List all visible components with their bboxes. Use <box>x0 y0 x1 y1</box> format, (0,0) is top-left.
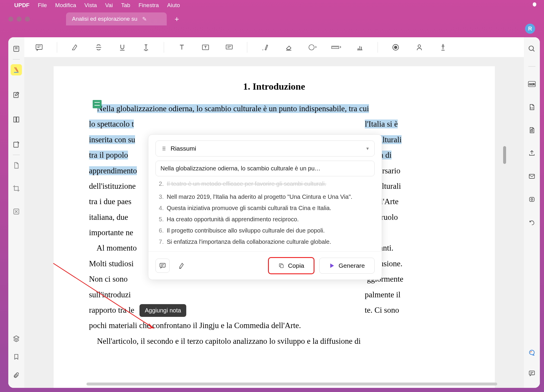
sticky-note-icon[interactable] <box>93 100 102 108</box>
svg-point-12 <box>394 46 397 49</box>
ai-result-list[interactable]: 2.Il teatro è un metodo efficace per fav… <box>148 180 382 251</box>
ai-input-preview[interactable]: Nella globalizzazione odierna, lo scambi… <box>155 161 375 176</box>
generate-icon <box>329 263 335 269</box>
stamp-tool-icon[interactable] <box>390 41 402 53</box>
generate-label: Generare <box>338 262 365 269</box>
comment-mode-icon[interactable] <box>11 64 22 75</box>
callout-tool-icon[interactable] <box>223 41 235 53</box>
close-window-icon[interactable] <box>8 17 13 22</box>
generate-button[interactable]: Generare <box>319 258 375 274</box>
chart-tool-icon[interactable] <box>354 41 366 53</box>
tooltip: Aggiungi nota <box>139 304 186 317</box>
text-tool-icon[interactable] <box>176 41 188 53</box>
svg-point-9 <box>309 45 314 50</box>
chevron-down-icon: ▼ <box>365 146 370 151</box>
search-icon[interactable] <box>526 43 537 54</box>
svg-rect-2 <box>14 117 16 122</box>
svg-rect-6 <box>36 44 42 49</box>
redact-tool-icon[interactable] <box>11 206 22 217</box>
divider <box>528 66 535 67</box>
new-tab-button[interactable]: + <box>170 12 183 25</box>
ai-summary-popup: Riassumi ▼ Nella globalizzazione odierna… <box>148 134 382 280</box>
attachment-icon[interactable] <box>11 370 22 381</box>
tab-bar: Analisi ed esplorazione su ✎ + <box>0 11 544 27</box>
pencil-tool-icon[interactable] <box>259 41 271 53</box>
page-tool-icon[interactable] <box>11 160 22 171</box>
list-item: 3.Nell marzo 2019, l'Italia ha aderito a… <box>157 192 373 201</box>
svg-rect-3 <box>17 117 19 122</box>
menu-help[interactable]: Aiuto <box>167 2 180 9</box>
ai-assistant-icon[interactable] <box>526 348 537 359</box>
reader-mode-icon[interactable] <box>11 43 22 54</box>
horizontal-scrollbar[interactable] <box>86 383 497 385</box>
menu-edit[interactable]: Modifica <box>55 2 76 9</box>
menu-window[interactable]: Finestra <box>139 2 159 9</box>
organize-mode-icon[interactable] <box>11 114 22 125</box>
ai-mode-select[interactable]: Riassumi ▼ <box>155 141 375 157</box>
highlight-tool-icon[interactable] <box>69 41 81 53</box>
list-item: 6.Il progetto contribuisce allo sviluppo… <box>157 226 373 235</box>
svg-rect-8 <box>226 45 232 49</box>
eraser-tool-icon[interactable] <box>283 41 295 53</box>
divider <box>57 42 57 53</box>
convert-icon[interactable] <box>526 101 537 113</box>
svg-text:OCR: OCR <box>529 83 535 86</box>
heading: 1. Introduzione <box>89 81 459 92</box>
crop-tool-icon[interactable] <box>11 183 22 194</box>
updf-logo-icon[interactable] <box>531 2 538 9</box>
ocr-icon[interactable]: OCR <box>526 78 537 90</box>
sign-tool-icon[interactable] <box>437 41 449 53</box>
divider <box>378 42 378 53</box>
svg-rect-21 <box>529 371 535 375</box>
menu-go[interactable]: Vai <box>105 2 113 9</box>
share-icon[interactable] <box>526 148 537 159</box>
list-item: 7.Si enfatizza l'importanza della collab… <box>157 237 373 246</box>
menu-file[interactable]: File <box>38 2 47 9</box>
right-sidebar: OCR <box>524 37 540 388</box>
add-note-button[interactable] <box>155 259 170 273</box>
strikethrough-tool-icon[interactable] <box>93 41 105 53</box>
shape-tool-icon[interactable] <box>306 41 318 53</box>
form-mode-icon[interactable] <box>11 139 22 150</box>
undo-icon[interactable] <box>526 217 537 228</box>
menu-view[interactable]: Vista <box>84 2 97 9</box>
measure-tool-icon[interactable] <box>330 41 342 53</box>
vertical-scrollbar[interactable] <box>503 146 506 164</box>
protect-icon[interactable] <box>526 125 537 136</box>
copy-button[interactable]: Copia <box>268 257 314 274</box>
window-controls[interactable] <box>8 17 30 22</box>
edit-mode-icon[interactable] <box>11 89 22 100</box>
list-item: 4.Questa iniziativa promuove gli scambi … <box>157 204 373 212</box>
note-tool-icon[interactable] <box>33 41 45 53</box>
svg-rect-22 <box>160 263 165 267</box>
copy-icon <box>278 263 284 269</box>
signature-tool-icon[interactable] <box>413 41 425 53</box>
underline-tool-icon[interactable] <box>116 41 128 53</box>
list-item: 5.Ha creato opportunità di apprendimento… <box>157 215 373 224</box>
email-icon[interactable] <box>526 171 537 182</box>
cloud-icon[interactable] <box>526 194 537 205</box>
svg-point-13 <box>418 45 421 47</box>
annotation-toolbar <box>24 37 524 57</box>
svg-point-14 <box>529 46 533 50</box>
highlight-button[interactable] <box>174 259 189 273</box>
user-avatar[interactable]: R <box>525 24 535 34</box>
squiggly-tool-icon[interactable] <box>140 41 152 53</box>
list-icon <box>161 146 166 151</box>
edit-tab-icon[interactable]: ✎ <box>142 16 147 22</box>
popup-footer: Copia Generare <box>148 251 382 280</box>
menu-tab[interactable]: Tab <box>121 2 130 9</box>
tab-title: Analisi ed esplorazione su <box>72 16 137 22</box>
svg-rect-19 <box>529 197 534 201</box>
document-tab[interactable]: Analisi ed esplorazione su ✎ <box>66 12 167 25</box>
chat-icon[interactable] <box>526 368 537 379</box>
textbox-tool-icon[interactable] <box>200 41 211 53</box>
ai-mode-label: Riassumi <box>171 145 196 152</box>
maximize-window-icon[interactable] <box>25 17 30 22</box>
app-name[interactable]: UPDF <box>14 2 30 9</box>
bookmark-icon[interactable] <box>11 351 22 362</box>
minimize-window-icon[interactable] <box>17 17 22 22</box>
highlighted-text[interactable]: Nella globalizzazione odierna, lo scambi… <box>97 104 369 113</box>
divider <box>247 42 247 53</box>
layers-icon[interactable] <box>11 333 22 344</box>
